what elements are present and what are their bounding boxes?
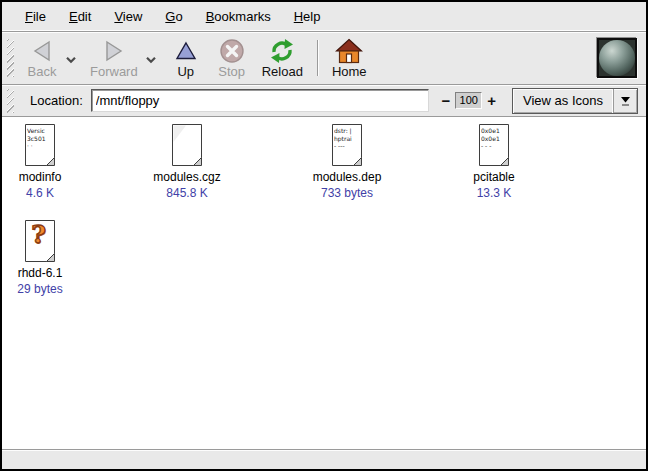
file-size: 29 bytes bbox=[17, 282, 62, 297]
toolbar-separator bbox=[317, 40, 318, 76]
home-button[interactable]: Home bbox=[325, 34, 374, 82]
zoom-level-indicator: 100 bbox=[455, 92, 482, 109]
file-item-modules.dep[interactable]: dstr: |hptrai- ---modules.dep733 bytes bbox=[297, 123, 397, 201]
zoom-in-button[interactable]: + bbox=[482, 92, 501, 109]
document-icon: Versic3c501· · bbox=[22, 123, 58, 167]
file-item-modinfo[interactable]: Versic3c501· ·modinfo4.6 K bbox=[2, 123, 90, 201]
location-input[interactable] bbox=[91, 89, 429, 112]
menu-view[interactable]: View bbox=[111, 6, 145, 27]
home-label: Home bbox=[332, 64, 367, 79]
file-preview-text: Versic3c501· · bbox=[27, 127, 52, 150]
file-item-pcitable[interactable]: 0x0e10x0e1- - -pcitable13.3 K bbox=[444, 123, 544, 201]
file-name: modules.dep bbox=[313, 170, 382, 185]
forward-history-chevron-down-icon[interactable] bbox=[145, 50, 157, 68]
menu-edit[interactable]: Edit bbox=[66, 6, 94, 27]
location-label: Location: bbox=[30, 93, 83, 108]
view-mode-label: View as Icons bbox=[513, 89, 613, 113]
menu-help[interactable]: Help bbox=[291, 6, 324, 27]
file-item-modules.cgz[interactable]: modules.cgz845.8 K bbox=[137, 123, 237, 201]
file-view[interactable]: Versic3c501· ·modinfo4.6 Kmodules.cgz845… bbox=[2, 117, 646, 449]
file-row: ?rhdd-6.129 bytes bbox=[2, 219, 646, 297]
back-button: Back bbox=[19, 34, 65, 82]
reload-button[interactable]: Reload bbox=[255, 34, 310, 82]
file-size: 845.8 K bbox=[166, 186, 207, 201]
back-label: Back bbox=[28, 64, 57, 79]
file-item-rhdd-6.1[interactable]: ?rhdd-6.129 bytes bbox=[2, 219, 90, 297]
locationbar-drag-handle[interactable] bbox=[7, 89, 14, 113]
question-mark-icon: ? bbox=[22, 220, 55, 249]
stop-button: Stop bbox=[209, 34, 255, 82]
combo-arrow-icon[interactable] bbox=[613, 89, 637, 113]
forward-icon bbox=[101, 37, 127, 64]
up-button[interactable]: Up bbox=[163, 34, 209, 82]
zoom-out-button[interactable]: − bbox=[437, 92, 456, 109]
forward-label: Forward bbox=[90, 64, 138, 79]
menu-bookmarks[interactable]: Bookmarks bbox=[203, 6, 274, 27]
document-icon: 0x0e10x0e1- - - bbox=[476, 123, 512, 167]
globe-sphere-icon bbox=[599, 40, 635, 76]
document-icon: dstr: |hptrai- --- bbox=[329, 123, 365, 167]
view-mode-dropdown[interactable]: View as Icons bbox=[512, 88, 638, 114]
file-row: Versic3c501· ·modinfo4.6 Kmodules.cgz845… bbox=[2, 123, 646, 201]
file-size: 733 bytes bbox=[321, 186, 373, 201]
forward-button: Forward bbox=[83, 34, 145, 82]
back-history-chevron-down-icon[interactable] bbox=[65, 50, 77, 68]
file-name: modules.cgz bbox=[153, 170, 220, 185]
back-icon bbox=[29, 37, 55, 64]
stop-label: Stop bbox=[218, 64, 245, 79]
menubar: FileEditViewGoBookmarksHelp bbox=[2, 2, 646, 32]
status-bar bbox=[2, 449, 646, 469]
file-size: 4.6 K bbox=[26, 186, 54, 201]
file-name: pcitable bbox=[473, 170, 514, 185]
file-preview-text: 0x0e10x0e1- - - bbox=[481, 127, 506, 150]
toolbar: BackForwardUpStopReloadHome bbox=[2, 32, 646, 85]
reload-label: Reload bbox=[262, 64, 303, 79]
file-name: rhdd-6.1 bbox=[18, 266, 63, 281]
up-label: Up bbox=[177, 64, 194, 79]
file-size: 13.3 K bbox=[477, 186, 512, 201]
menu-go[interactable]: Go bbox=[162, 6, 185, 27]
file-manager-window: FileEditViewGoBookmarksHelp BackForwardU… bbox=[0, 0, 648, 471]
location-bar: Location: − 100 + View as Icons bbox=[2, 85, 646, 117]
file-name: modinfo bbox=[19, 170, 62, 185]
toolbar-spacer bbox=[374, 34, 597, 82]
menu-file[interactable]: File bbox=[22, 6, 49, 27]
home-icon bbox=[335, 37, 363, 64]
document-icon bbox=[169, 123, 205, 167]
toolbar-drag-handle[interactable] bbox=[7, 39, 14, 77]
up-icon bbox=[174, 37, 198, 64]
file-preview-text: dstr: |hptrai- --- bbox=[334, 127, 359, 150]
throbber-globe-icon bbox=[597, 38, 637, 78]
toolbar-buttons: BackForwardUpStopReloadHome bbox=[19, 34, 374, 82]
stop-icon bbox=[219, 37, 245, 64]
reload-icon bbox=[268, 37, 296, 64]
unknown-file-icon: ? bbox=[22, 219, 58, 263]
